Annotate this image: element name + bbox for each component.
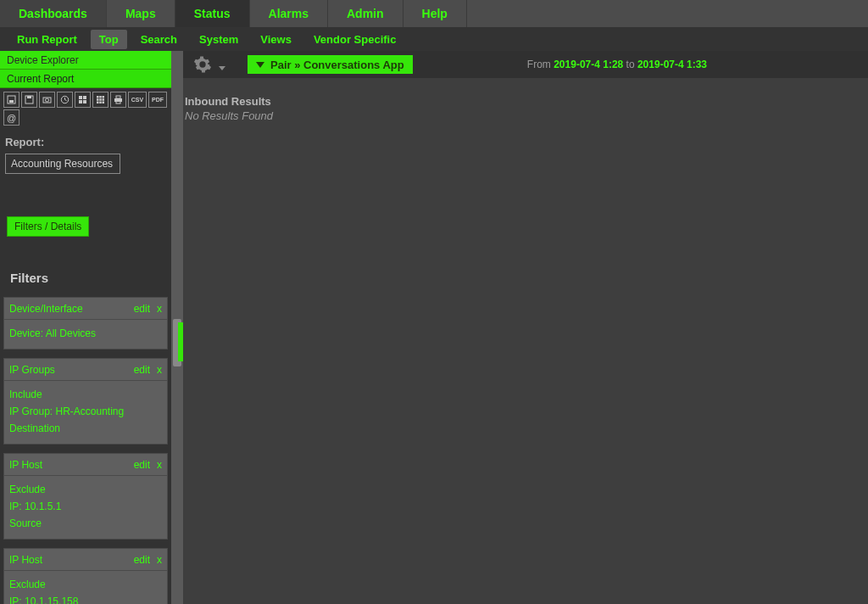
csv-icon[interactable]: CSV	[128, 92, 147, 108]
save-icon[interactable]	[3, 92, 19, 108]
svg-rect-22	[116, 101, 120, 103]
filter-line: Include	[9, 386, 162, 403]
subnav-views[interactable]: Views	[252, 30, 300, 49]
subnav-run-report[interactable]: Run Report	[8, 30, 86, 49]
pdf-icon[interactable]: PDF	[148, 92, 167, 108]
filter-line: Exclude	[9, 481, 162, 498]
svg-rect-19	[103, 102, 105, 104]
filters-heading: Filters	[10, 271, 166, 285]
print-icon[interactable]	[110, 92, 126, 108]
filter-line: IP Group: HR-Accounting	[9, 403, 162, 420]
filters-details-button[interactable]: Filters / Details	[7, 216, 89, 237]
from-label: From	[527, 59, 554, 70]
report-label: Report:	[5, 136, 166, 148]
filter-edit-link[interactable]: edit	[134, 554, 150, 566]
filter-close-link[interactable]: x	[157, 554, 162, 566]
main-panel: Pair » Conversations App From 2019-07-4 …	[183, 51, 868, 604]
pair-conversations-button[interactable]: Pair » Conversations App	[248, 55, 413, 74]
filter-line: IP: 10.1.15.158	[9, 593, 162, 604]
left-tab-current-report[interactable]: Current Report	[0, 70, 171, 88]
clock-icon[interactable]	[57, 92, 73, 108]
report-name-input[interactable]	[5, 154, 120, 174]
filter-close-link[interactable]: x	[157, 459, 162, 471]
filter-line: IP: 10.1.5.1	[9, 498, 162, 515]
tab-maps[interactable]: Maps	[107, 0, 175, 27]
filter-block-ip-groups: IP Groups edit x Include IP Group: HR-Ac…	[3, 358, 168, 445]
filter-edit-link[interactable]: edit	[134, 459, 150, 471]
email-icon[interactable]: @	[3, 109, 19, 126]
primary-nav: Dashboards Maps Status Alarms Admin Help	[0, 0, 868, 27]
svg-rect-14	[97, 98, 99, 101]
grid-small-icon[interactable]	[75, 92, 91, 108]
svg-rect-15	[99, 98, 102, 101]
gear-icon[interactable]	[192, 53, 214, 76]
svg-rect-18	[99, 102, 102, 104]
main-header: Pair » Conversations App From 2019-07-4 …	[183, 51, 868, 78]
svg-rect-17	[97, 102, 99, 104]
filter-line: Destination	[9, 420, 162, 437]
svg-rect-3	[27, 96, 31, 98]
scrollbar-accent	[178, 322, 183, 361]
from-value: 2019-07-4 1:28	[554, 59, 623, 70]
tab-admin[interactable]: Admin	[328, 0, 403, 27]
filter-title: IP Host	[9, 554, 42, 566]
results-area: Inbound Results No Results Found	[183, 78, 868, 122]
svg-rect-1	[9, 100, 14, 103]
filter-line: Exclude	[9, 576, 162, 593]
svg-point-5	[46, 98, 49, 102]
svg-rect-13	[103, 96, 105, 98]
filter-close-link[interactable]: x	[157, 303, 162, 315]
filter-title: Device/Interface	[9, 303, 83, 315]
filter-title: IP Groups	[9, 364, 55, 376]
camera-icon[interactable]	[39, 92, 55, 108]
subnav-top[interactable]: Top	[91, 30, 127, 49]
filter-title: IP Host	[9, 459, 42, 471]
svg-rect-12	[99, 96, 102, 98]
time-range: From 2019-07-4 1:28 to 2019-07-4 1:33	[527, 59, 707, 70]
filter-block-ip-host-1: IP Host edit x Exclude IP: 10.1.5.1 Sour…	[3, 453, 168, 540]
chevron-down-icon[interactable]	[219, 66, 225, 70]
tab-status[interactable]: Status	[175, 0, 250, 27]
to-label: to	[623, 59, 637, 70]
svg-rect-21	[116, 96, 120, 98]
svg-rect-7	[79, 96, 82, 99]
results-title: Inbound Results	[183, 95, 868, 108]
filter-block-device-interface: Device/Interface edit x Device: All Devi…	[3, 297, 168, 350]
grid-large-icon[interactable]	[92, 92, 108, 108]
tab-dashboards[interactable]: Dashboards	[0, 0, 107, 27]
left-tab-device-explorer[interactable]: Device Explorer	[0, 51, 171, 70]
filter-line: Device: All Devices	[9, 325, 162, 342]
svg-rect-16	[103, 98, 105, 101]
filter-edit-link[interactable]: edit	[134, 364, 150, 376]
to-value: 2019-07-4 1:33	[637, 59, 707, 70]
subnav-system[interactable]: System	[191, 30, 247, 49]
svg-rect-9	[79, 100, 82, 103]
left-tabbar: Device Explorer Current Report	[0, 51, 171, 88]
filter-close-link[interactable]: x	[157, 364, 162, 376]
pair-label: Pair » Conversations App	[270, 59, 404, 71]
subnav-search[interactable]: Search	[132, 30, 186, 49]
filter-block-ip-host-2: IP Host edit x Exclude IP: 10.1.15.158 S…	[3, 548, 168, 604]
secondary-nav: Run Report Top Search System Views Vendo…	[0, 27, 868, 51]
report-icon-toolbar: CSV PDF @	[0, 88, 171, 127]
tab-help[interactable]: Help	[403, 0, 467, 27]
svg-rect-10	[83, 100, 86, 103]
tab-alarms[interactable]: Alarms	[250, 0, 328, 27]
filter-line: Source	[9, 515, 162, 532]
vertical-scrollbar[interactable]	[171, 51, 183, 604]
subnav-vendor[interactable]: Vendor Specific	[305, 30, 405, 49]
left-panel: Device Explorer Current Report	[0, 51, 171, 604]
svg-rect-11	[97, 96, 99, 98]
results-empty-message: No Results Found	[183, 108, 868, 122]
disk-icon[interactable]	[21, 92, 37, 108]
triangle-down-icon	[256, 62, 264, 68]
svg-rect-8	[83, 96, 86, 99]
filter-edit-link[interactable]: edit	[134, 303, 150, 315]
